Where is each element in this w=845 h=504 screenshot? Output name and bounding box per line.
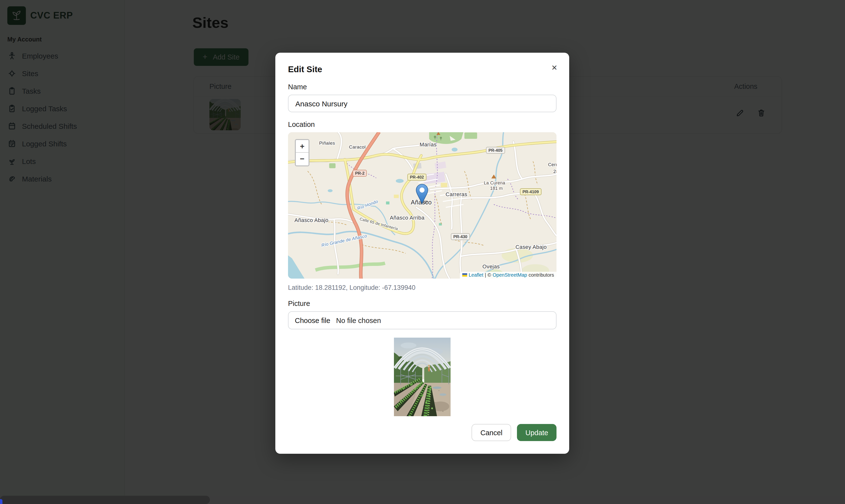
file-chosen-text: No file chosen (336, 317, 381, 324)
picture-file-input[interactable]: Choose file No file chosen (288, 311, 557, 329)
map-label-ovejas: Ovejas (482, 264, 500, 269)
ukraine-flag-icon (462, 273, 467, 277)
map-label-casey-abajo: Casey Abajo (515, 244, 547, 250)
map-label-cerro-elev: 28 (553, 168, 557, 174)
map-label-carreras: Carreras (446, 191, 468, 197)
openstreetmap-link[interactable]: OpenStreetMap (493, 272, 527, 277)
map-label-la-curena: La Curena (484, 181, 505, 185)
update-button[interactable]: Update (517, 424, 557, 441)
zoom-in-button[interactable]: + (296, 140, 309, 153)
zoom-out-button[interactable]: − (296, 153, 309, 165)
close-icon[interactable]: ✕ (550, 62, 559, 73)
route-shield-pr405: PR-405 (486, 147, 505, 154)
screen: CVC ERP My Account Employees Sites Tasks (0, 0, 845, 504)
site-name-input[interactable] (288, 95, 557, 112)
map-label-anasco-abajo: Añasco Abajo (294, 217, 328, 223)
picture-label: Picture (288, 300, 557, 307)
map-label-la-curena-elev: 181 m (490, 186, 503, 191)
name-label: Name (288, 83, 557, 91)
route-shield-pr4109: PR-4109 (520, 188, 541, 195)
greenhouse-photo (394, 338, 451, 416)
map-zoom-control: + − (295, 139, 310, 166)
map-label-pinales: Piñales (319, 140, 335, 146)
route-shield-pr2: PR-2 (353, 170, 367, 177)
horizontal-scrollbar[interactable] (0, 496, 845, 504)
edit-site-modal: Edit Site ✕ Name Location (275, 53, 569, 454)
picture-preview (394, 338, 451, 416)
coordinates-text: Latitude: 18.281192, Longitude: -67.1399… (288, 284, 557, 291)
choose-file-button[interactable]: Choose file (295, 317, 330, 324)
leaflet-link[interactable]: Leaflet (469, 272, 483, 277)
map-attribution: Leaflet | © OpenStreetMap contributors (460, 272, 557, 278)
modal-footer: Cancel Update (288, 424, 557, 441)
map-label-anasco-arriba: Añasco Arriba (390, 215, 424, 220)
map-label-caracol: Caracol (349, 144, 366, 149)
map-marker-icon[interactable] (416, 184, 428, 204)
corner-indicator (0, 499, 2, 504)
modal-title: Edit Site (288, 53, 557, 75)
cancel-button[interactable]: Cancel (472, 424, 511, 441)
attribution-separator: | (485, 272, 486, 277)
attribution-suffix: contributors (529, 272, 554, 277)
attribution-copyright: © (488, 272, 491, 277)
location-label: Location (288, 121, 557, 128)
route-shield-pr402: PR-402 (407, 174, 426, 181)
route-shield-pr430: PR-430 (451, 233, 470, 240)
map-label-marias: Marías (420, 142, 437, 147)
picture-preview-wrap (288, 338, 557, 416)
location-map[interactable]: Piñales Caracol Marías Carreras Añasco A… (288, 132, 557, 278)
map-label-cerro: Cerro (548, 162, 557, 167)
scrollbar-thumb[interactable] (0, 496, 210, 504)
